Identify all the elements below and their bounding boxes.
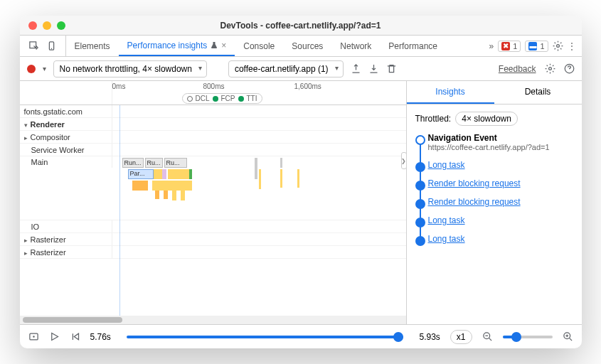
tab-details[interactable]: Details [494,81,582,104]
lane-io[interactable]: IO [20,220,112,232]
lane-raster2[interactable]: Rasterizer [20,246,112,258]
speed-chip[interactable]: x1 [450,330,472,344]
main-area: 0ms 800ms 1,600ms DCL FCP TTI fonts.gsta… [20,81,582,324]
help-icon[interactable] [564,63,575,74]
lane-label: Rasterizer [31,248,66,257]
throttled-chip[interactable]: 4× slowdown [455,112,518,126]
insight-item[interactable]: Long task [428,215,573,225]
tab-sources[interactable]: Sources [283,36,331,56]
insight-timeline: Navigation Event https://coffee-cart.net… [415,133,573,244]
tab-performance[interactable]: Performance [380,36,446,56]
insight-link[interactable]: Long task [428,160,465,170]
nav-event-title: Navigation Event [428,133,573,143]
error-count: 1 [513,42,517,50]
toolbar: ▾ No network throttling, 4× slowdown cof… [20,57,582,81]
play-icon[interactable] [49,331,60,342]
insight-link[interactable]: Render blocking request [428,197,521,207]
dcl-label: DCL [196,95,210,102]
throttling-select[interactable]: No network throttling, 4× slowdown [53,60,207,77]
tab-elements[interactable]: Elements [66,36,119,56]
footer-controls: 5.76s 5.93s x1 [20,324,582,348]
lane-renderer[interactable]: Renderer [20,118,112,130]
task-ru1[interactable]: Ru... [145,158,163,168]
perf-markers: DCL FCP TTI [182,93,262,104]
nav-event[interactable]: Navigation Event https://coffee-cart.net… [428,133,573,151]
tab-bar: Elements Performance insights × Console … [20,36,582,57]
insight-item[interactable]: Render blocking request [428,197,573,207]
insights-panel: Insights Details Throttled: 4× slowdown … [407,81,582,324]
svg-line-10 [489,338,491,341]
settings-icon[interactable] [545,63,555,74]
lane-label: Compositor [31,133,70,141]
feedback-link[interactable]: Feedback [499,64,536,74]
page-select[interactable]: coffee-cart.netlify.app (1) [228,60,344,77]
task-run[interactable]: Run... [122,158,144,168]
more-tabs-icon[interactable]: » [489,41,494,51]
record-button[interactable] [27,65,36,73]
svg-point-7 [33,336,33,337]
tick-0: 0ms [112,82,126,90]
tick-800: 800ms [203,82,225,90]
zoom-slider[interactable] [503,336,553,338]
info-badge[interactable]: ▬1 [525,41,548,52]
tab-performance-insights[interactable]: Performance insights × [119,36,235,56]
lane-raster1[interactable]: Rasterizer [20,233,112,245]
panel-resize-handle[interactable]: ❯ [401,152,407,169]
tab-insights[interactable]: Insights [407,81,494,104]
error-badge[interactable]: ✖1 [498,41,521,52]
lane-label: Renderer [31,120,65,129]
nav-event-url: https://coffee-cart.netlify.app/?ad=1 [428,143,573,151]
insight-link[interactable]: Render blocking request [428,178,521,188]
fcp-label: FCP [221,95,235,102]
window-title: DevTools - coffee-cart.netlify.app/?ad=1 [20,21,582,31]
time-from: 5.76s [90,332,111,342]
trash-icon[interactable] [386,63,397,74]
titlebar: DevTools - coffee-cart.netlify.app/?ad=1 [20,16,582,36]
flask-icon [210,41,218,50]
task-parse[interactable]: Par... [128,169,154,179]
tick-1600: 1,600ms [294,82,321,90]
download-icon[interactable] [368,63,379,74]
throttled-label: Throttled: [415,114,452,124]
tab-console[interactable]: Console [235,36,283,56]
rewind-icon[interactable] [70,331,80,342]
close-tab-icon[interactable]: × [221,41,226,50]
tab-label: Performance insights [127,41,208,50]
devtools-window: DevTools - coffee-cart.netlify.app/?ad=1… [20,16,582,348]
tti-label: TTI [247,95,257,102]
chevron-down-icon[interactable]: ▾ [43,65,46,73]
kebab-icon[interactable]: ⋮ [568,41,576,51]
upload-icon[interactable] [351,63,361,74]
inspect-icon[interactable] [28,41,39,51]
info-count: 1 [540,42,544,50]
lane-main[interactable]: Main [20,156,112,168]
tab-network[interactable]: Network [331,36,380,56]
device-icon[interactable] [46,41,57,51]
time-to: 5.93s [419,332,440,342]
lanes-area: fonts.gstatic.com Renderer Compositor Se… [20,105,406,316]
insight-item[interactable]: Render blocking request [428,178,573,188]
lane-label: Rasterizer [31,235,66,244]
insight-item[interactable]: Long task [428,234,573,244]
insight-link[interactable]: Long task [428,234,465,244]
screenshot-icon[interactable] [28,331,39,342]
task-ru2[interactable]: Ru... [164,158,187,168]
zoom-in-icon[interactable] [563,331,573,342]
gear-icon[interactable] [553,41,563,51]
lane-compositor[interactable]: Compositor [20,131,112,143]
lane-fonts[interactable]: fonts.gstatic.com [20,105,112,117]
insight-item[interactable]: Long task [428,160,573,170]
svg-point-3 [556,45,559,48]
lane-service-worker[interactable]: Service Worker [20,144,112,156]
horizontal-scrollbar[interactable] [20,316,406,324]
time-ruler[interactable]: 0ms 800ms 1,600ms DCL FCP TTI [20,81,406,105]
insight-link[interactable]: Long task [428,215,465,225]
timeline-panel: 0ms 800ms 1,600ms DCL FCP TTI fonts.gsta… [20,81,407,324]
time-slider[interactable] [127,336,404,338]
svg-line-14 [569,338,572,341]
svg-point-4 [548,68,551,70]
zoom-out-icon[interactable] [482,331,493,342]
